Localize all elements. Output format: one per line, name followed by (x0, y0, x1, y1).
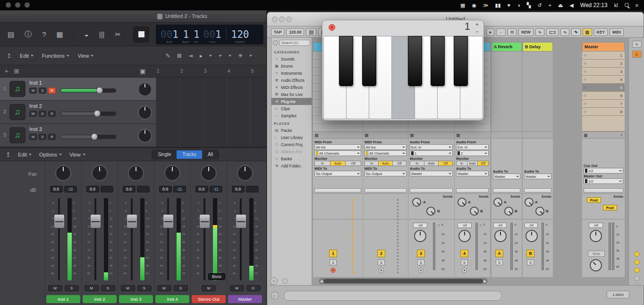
solo-button[interactable]: S (174, 285, 188, 291)
scene-slot[interactable]: ▷2 (582, 60, 625, 68)
lcd-div-field[interactable]: 1 DIV (192, 26, 202, 44)
track-delay-field[interactable] (410, 188, 453, 192)
track-activator[interactable]: A (495, 250, 503, 257)
scrollbar-thumb[interactable] (323, 279, 483, 283)
pie-icon[interactable]: ◑ (517, 3, 520, 8)
clip-stop-button[interactable] (410, 134, 414, 137)
monitor-off-button[interactable]: Off (393, 161, 407, 166)
scene-slot[interactable]: ▷7 (582, 100, 625, 108)
horizontal-scrollbar[interactable]: ◀ ▶ (319, 278, 488, 284)
browser-item-user-library[interactable]: ♩User Library (271, 134, 312, 141)
zoom-window-icon[interactable] (25, 2, 30, 8)
duplicate-track-button[interactable]: ⊞ (14, 68, 19, 75)
close-window-icon[interactable] (329, 24, 335, 31)
browser-item-current-project[interactable]: □Current Proj (271, 141, 312, 148)
stop-all-clips-button[interactable] (584, 134, 587, 137)
browser-item-max-for-live[interactable]: ⌘Max for Live (271, 91, 312, 98)
clip-stop-button[interactable] (315, 134, 318, 137)
black-key[interactable] (339, 36, 353, 86)
monitor-auto-button[interactable]: Auto (330, 161, 346, 166)
scene-slot-selected[interactable]: ▷5 (582, 84, 625, 92)
monitor-off-button[interactable]: Off (346, 161, 361, 166)
solo-button[interactable]: S (39, 111, 46, 117)
record-enable-button[interactable]: R (48, 111, 56, 117)
browser-search-input[interactable]: Search (Cr (280, 40, 310, 46)
black-key[interactable] (362, 36, 376, 86)
output-type-dropdown[interactable]: No Output (314, 171, 361, 176)
pan-knob[interactable] (590, 230, 602, 242)
browser-back-icon[interactable]: ◦ (273, 40, 278, 45)
lcd-tick-field[interactable]: 001 TICK (202, 26, 223, 44)
volume-value[interactable]: 0.0 (50, 186, 63, 192)
window-traffic-lights[interactable] (6, 1, 34, 9)
fader-cap[interactable] (54, 214, 65, 228)
scene-slot[interactable]: ▷8 (582, 108, 625, 116)
track-activator[interactable]: 3 (417, 250, 425, 257)
fader-cap[interactable] (199, 214, 210, 228)
track-delay-field[interactable] (364, 188, 407, 192)
track-delay-field[interactable] (584, 188, 623, 192)
volume-icon[interactable]: ◀ (569, 3, 573, 8)
lcd-tempo-field[interactable]: 120 TEMPO (229, 26, 251, 44)
info-view-toggle[interactable]: ≡ (270, 277, 278, 285)
midi-map-button[interactable]: MIDI (610, 28, 624, 36)
arrange-area[interactable] (156, 78, 266, 148)
input-type-dropdown[interactable]: All Ins (314, 144, 361, 150)
add-track-button[interactable]: + (5, 68, 8, 75)
master-track-header[interactable]: Master (582, 42, 625, 52)
volume-slider[interactable] (60, 112, 116, 116)
catch-playhead-icon[interactable]: ⇥ (188, 52, 193, 59)
scroll-right-icon[interactable]: ▶ (484, 279, 486, 283)
notification-center-icon[interactable]: ≡ (636, 3, 638, 8)
browser-item-ableton-project[interactable]: □Ableton Pro (271, 148, 312, 155)
mute-button[interactable]: M (85, 285, 99, 291)
pan-knob[interactable] (138, 105, 152, 120)
clip-stop-button[interactable] (365, 134, 368, 137)
track-delay-field[interactable] (493, 188, 520, 192)
monitor-auto-button[interactable]: Auto (424, 161, 439, 166)
scene-launch-icon[interactable]: ▷ (584, 86, 586, 89)
cue-out-dropdown[interactable]: 1/2 (584, 168, 623, 174)
monitor-in-button[interactable]: In (314, 161, 330, 166)
send-a-pre-post-toggle[interactable]: Post (587, 197, 601, 203)
io-section-toggle[interactable] (634, 252, 639, 257)
cue-volume-knob[interactable] (590, 259, 602, 271)
channel-name[interactable]: Master (228, 295, 262, 303)
input-type-dropdown[interactable]: All Ins (364, 144, 407, 150)
black-key[interactable] (454, 36, 468, 86)
tap-tempo-button[interactable]: TAP (271, 28, 284, 36)
draw-mode-icon[interactable]: ✎ (571, 28, 580, 36)
scene-launch-icon[interactable]: ▷ (584, 61, 586, 65)
tempo-field[interactable]: 120.00 (286, 28, 304, 36)
channel-name[interactable]: Inst 2 (83, 295, 117, 303)
solo-button[interactable]: S (461, 260, 468, 265)
midi-indicator-box[interactable]: 1-MIDI (607, 291, 629, 298)
pan-knob[interactable] (525, 230, 538, 242)
follow-icon[interactable]: ● (486, 28, 494, 36)
input-channel-dropdown[interactable]: 1 (410, 150, 453, 156)
pan-knob[interactable] (138, 82, 152, 96)
time-machine-icon[interactable]: ↺ (537, 3, 542, 8)
levels-icon[interactable]: ▮▮ (495, 3, 501, 8)
send-b-knob[interactable] (426, 207, 435, 216)
computer-midi-keyboard-icon[interactable]: ▤ (583, 28, 592, 36)
browser-item-samples[interactable]: ~Samples (271, 112, 312, 119)
eject-icon[interactable]: ⏏ (558, 3, 563, 8)
scene-slot-empty[interactable] (582, 123, 625, 131)
back-to-arrangement-icon[interactable]: ← (496, 28, 506, 36)
keyboard-viewer-icon[interactable]: ▦ (460, 3, 465, 8)
hide-panel-icon[interactable]: ↥ (7, 52, 11, 59)
grid-icon[interactable]: ▚ (527, 3, 531, 8)
volume-display[interactable]: -Inf (525, 223, 538, 228)
mute-button[interactable]: M (202, 285, 216, 291)
mute-button[interactable]: M (157, 285, 171, 291)
library-icon[interactable]: ▤ (8, 30, 14, 39)
eye-icon[interactable]: ◉ (472, 3, 476, 8)
solo-button[interactable]: S (65, 285, 79, 291)
scene-slot[interactable]: ▷3 (582, 68, 625, 76)
view-single-button[interactable]: Single (152, 150, 177, 159)
scene-launch-icon[interactable]: ▷ (584, 102, 586, 105)
scene-slot[interactable]: ▷6 (582, 92, 625, 100)
new-button[interactable]: NEW (518, 28, 534, 36)
browser-item-instruments[interactable]: ≈Instruments (271, 70, 312, 77)
